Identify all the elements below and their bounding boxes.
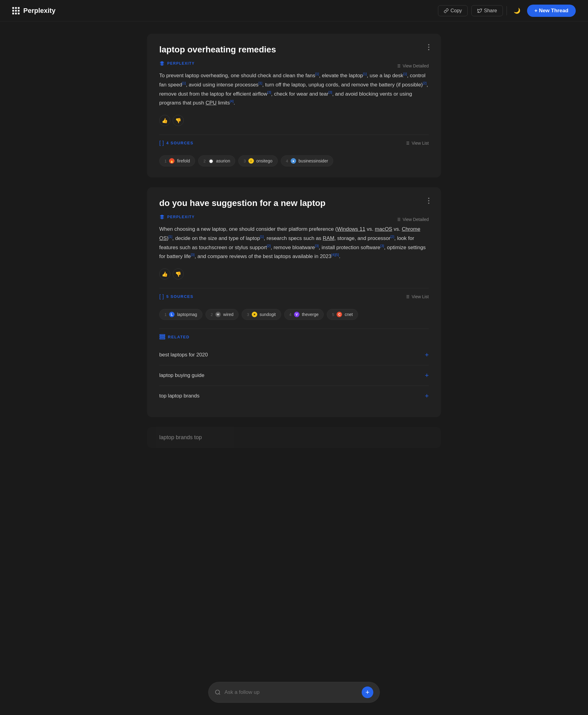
- theverge-icon: V: [294, 312, 299, 317]
- main-content: laptop overheating remedies PERPLEXITY V…: [141, 21, 447, 519]
- businessinsider-icon: ●: [291, 158, 296, 164]
- view-list-1[interactable]: View List: [405, 141, 429, 146]
- related-label: RELATED: [168, 335, 190, 339]
- perplexity-tag-2: PERPLEXITY: [159, 214, 195, 220]
- copy-button[interactable]: Copy: [438, 5, 468, 16]
- copy-icon: [444, 8, 449, 13]
- perplexity-logo-icon-2: [159, 214, 165, 220]
- firefold-icon: 🔥: [169, 158, 174, 164]
- related-item-3[interactable]: top laptop brands +: [159, 386, 429, 406]
- search-submit-button[interactable]: +: [362, 687, 373, 698]
- kebab-dot: [428, 49, 429, 50]
- related-stacked-icon: [159, 334, 165, 340]
- source-chip-theverge[interactable]: 4 V theverge: [284, 309, 324, 320]
- sundogit-icon: ☀: [252, 312, 257, 317]
- perplexity-label-1: PERPLEXITY: [167, 61, 195, 66]
- source-chip-wired[interactable]: 2 W wired: [206, 309, 239, 320]
- thread-title-2: do you have suggestion for a new laptop: [159, 198, 429, 208]
- feedback-row-1: 👍 👎: [159, 115, 429, 126]
- share-icon: [477, 8, 482, 13]
- sources-bar-2: [ ] 5 SOURCES View List: [159, 288, 429, 305]
- share-button[interactable]: Share: [471, 5, 503, 16]
- svg-point-27: [216, 690, 219, 694]
- sources-count-2: 5 SOURCES: [166, 294, 193, 299]
- thumbs-down-button-1[interactable]: 👎: [173, 115, 184, 126]
- sources-bracket-1: [ ]: [159, 140, 164, 146]
- grid-icon[interactable]: [12, 7, 20, 15]
- related-header: RELATED: [159, 334, 429, 340]
- sources-left-2: [ ] 5 SOURCES: [159, 293, 193, 300]
- source-chip-laptopmag[interactable]: 1 L laptopmag: [159, 309, 203, 320]
- list-icon-view-1: [405, 141, 410, 146]
- svg-rect-25: [160, 336, 165, 337]
- kebab-menu-2[interactable]: [426, 197, 432, 205]
- header: Perplexity Copy Share 🌙 + New Thread: [0, 0, 588, 21]
- source-chip-sundogit[interactable]: 3 ☀ sundogit: [241, 309, 281, 320]
- search-bar: +: [208, 682, 380, 703]
- view-detailed-2[interactable]: View Detailed: [396, 217, 429, 222]
- sources-left-1: [ ] 4 SOURCES: [159, 140, 193, 146]
- thumbs-up-button-2[interactable]: 👍: [159, 268, 170, 280]
- onsitego-icon: ○: [248, 158, 254, 164]
- asurion-icon: ⬤: [208, 158, 214, 164]
- wired-icon: W: [215, 312, 221, 317]
- source-chip-cnet[interactable]: 5 C cnet: [327, 309, 358, 320]
- svg-rect-26: [160, 338, 165, 339]
- source-chips-1: 1 🔥 firefold 2 ⬤ asurion 3 ○ onsitego 4 …: [159, 156, 429, 166]
- thumbs-down-button-2[interactable]: 👎: [173, 268, 184, 280]
- laptopmag-icon: L: [169, 312, 174, 317]
- list-icon-1: [396, 63, 401, 68]
- search-input[interactable]: [225, 689, 358, 695]
- kebab-dot: [428, 198, 429, 199]
- cnet-icon: C: [337, 312, 342, 317]
- source-chip-firefold[interactable]: 1 🔥 firefold: [159, 156, 195, 166]
- kebab-dot: [428, 200, 429, 201]
- related-item-1[interactable]: best laptops for 2020 +: [159, 345, 429, 365]
- related-item-text-2: laptop buying guide: [159, 372, 204, 379]
- perplexity-logo-icon-1: [159, 61, 165, 66]
- sources-bar-1: [ ] 4 SOURCES View List: [159, 135, 429, 151]
- thread-card-1: laptop overheating remedies PERPLEXITY V…: [147, 34, 441, 178]
- new-thread-button[interactable]: + New Thread: [527, 5, 576, 17]
- related-item-text-3: top laptop brands: [159, 393, 200, 399]
- sources-bracket-2: [ ]: [159, 293, 164, 300]
- thread-title-1: laptop overheating remedies: [159, 45, 429, 55]
- related-item-2[interactable]: laptop buying guide +: [159, 365, 429, 386]
- perplexity-header-2: PERPLEXITY View Detailed: [159, 214, 429, 225]
- list-icon-2: [396, 217, 401, 222]
- source-chip-onsitego[interactable]: 3 ○ onsitego: [238, 156, 277, 166]
- source-chip-asurion[interactable]: 2 ⬤ asurion: [198, 156, 235, 166]
- header-left: Perplexity: [12, 7, 56, 15]
- thread-card-3: laptop brands top: [147, 427, 441, 448]
- view-list-2[interactable]: View List: [405, 294, 429, 299]
- thumbs-up-button-1[interactable]: 👍: [159, 115, 170, 126]
- answer-text-1: To prevent laptop overheating, one shoul…: [159, 71, 429, 107]
- list-icon-view-2: [405, 294, 410, 299]
- related-section: RELATED best laptops for 2020 + laptop b…: [159, 329, 429, 406]
- header-right: Copy Share 🌙 + New Thread: [438, 5, 576, 17]
- header-divider: [506, 6, 507, 15]
- answer-text-2: When choosing a new laptop, one should c…: [159, 225, 429, 261]
- bottom-hint-text: laptop brands top: [159, 434, 202, 441]
- kebab-menu-1[interactable]: [426, 43, 432, 52]
- kebab-dot: [428, 46, 429, 48]
- svg-line-28: [219, 694, 220, 695]
- search-icon: [215, 689, 221, 695]
- related-plus-icon-1: +: [425, 351, 429, 359]
- perplexity-label-2: PERPLEXITY: [167, 215, 195, 219]
- kebab-dot: [428, 203, 429, 204]
- related-item-text-1: best laptops for 2020: [159, 352, 208, 358]
- search-bar-container: +: [208, 682, 380, 703]
- thread-card-2: do you have suggestion for a new laptop …: [147, 187, 441, 417]
- view-detailed-1[interactable]: View Detailed: [396, 63, 429, 68]
- source-chips-2: 1 L laptopmag 2 W wired 3 ☀ sundogit 4 V…: [159, 309, 429, 320]
- perplexity-tag-1: PERPLEXITY: [159, 61, 195, 66]
- perplexity-header-1: PERPLEXITY View Detailed: [159, 61, 429, 71]
- feedback-row-2: 👍 👎: [159, 268, 429, 280]
- related-plus-icon-3: +: [425, 392, 429, 400]
- sources-count-1: 4 SOURCES: [166, 141, 193, 145]
- logo-text: Perplexity: [23, 7, 56, 15]
- kebab-dot: [428, 44, 429, 45]
- source-chip-businessinsider[interactable]: 4 ● businessinsider: [281, 156, 334, 166]
- dark-mode-button[interactable]: 🌙: [510, 5, 523, 16]
